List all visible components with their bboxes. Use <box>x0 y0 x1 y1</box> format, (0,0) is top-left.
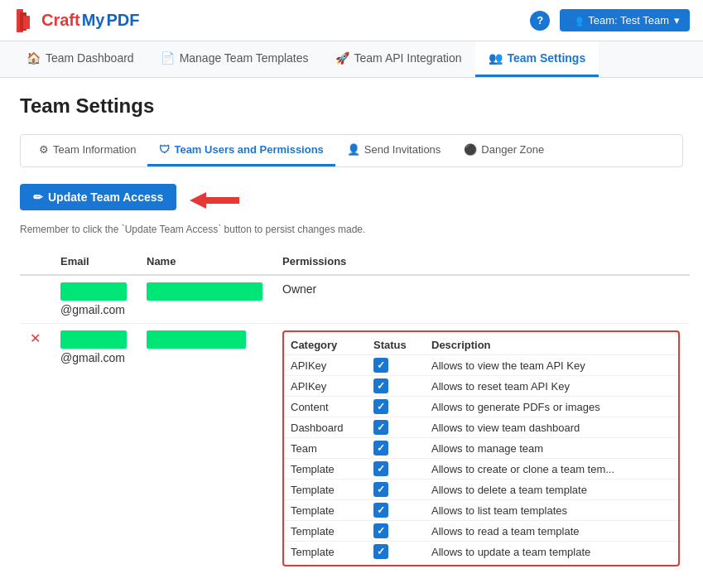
gear-icon: ⚙ <box>39 143 49 156</box>
update-team-access-button[interactable]: ✏ Update Team Access <box>20 184 176 210</box>
perm-description: Allows to list team templates <box>431 504 672 517</box>
delete-cell: ✕ <box>20 324 51 574</box>
help-button[interactable]: ? <box>530 11 550 31</box>
user1-name <box>137 275 272 324</box>
page-title: Team Settings <box>20 94 683 118</box>
checkbox-checked[interactable] <box>373 461 388 476</box>
perm-row: APIKey Allows to view the team API Key <box>284 355 678 376</box>
tab-danger-zone[interactable]: ⚫ Danger Zone <box>452 135 556 166</box>
user1-email: @gmail.com <box>51 275 137 324</box>
perm-category: Template <box>291 546 373 558</box>
perm-row: APIKey Allows to reset team API Key <box>284 376 678 397</box>
tab-send-invitations[interactable]: 👤 Send Invitations <box>335 135 453 166</box>
col-permissions-header: Permissions <box>272 248 690 275</box>
svg-marker-3 <box>190 192 239 209</box>
perm-category: Dashboard <box>291 422 373 434</box>
perm-category: Template <box>291 484 373 496</box>
user2-name <box>137 324 272 574</box>
logo-pdf-text: PDF <box>106 11 139 30</box>
perm-category: APIKey <box>291 380 373 393</box>
user2-permissions: Category Status Description APIKey Allow… <box>272 324 690 574</box>
shield-icon: 🛡 <box>159 143 170 156</box>
nav-tab-team-api[interactable]: 🚀 Team API Integration <box>322 41 475 77</box>
table-row: @gmail.com Owner <box>20 275 690 324</box>
inner-tabs: ⚙ Team Information 🛡 Team Users and Perm… <box>20 134 683 167</box>
perm-row: Template Allows to update a team templat… <box>284 542 678 561</box>
tab-team-users[interactable]: 🛡 Team Users and Permissions <box>147 135 335 166</box>
email-redacted-block <box>60 282 127 301</box>
perm-row: Dashboard Allows to view team dashboard <box>284 417 678 438</box>
name-redacted-block <box>147 282 262 301</box>
team-button-label: Team: Test Team <box>588 14 669 27</box>
checkbox-checked[interactable] <box>373 399 388 414</box>
pencil-icon: ✏ <box>33 190 43 204</box>
logo-my-text: My <box>82 11 105 30</box>
perm-description: Allows to manage team <box>431 442 672 455</box>
users2-icon: 👤 <box>347 143 360 156</box>
chevron-down-icon: ▾ <box>674 14 680 27</box>
update-btn-container: ✏ Update Team Access <box>20 184 683 217</box>
perm-status[interactable] <box>373 461 431 476</box>
logo-icon <box>13 7 36 34</box>
perm-status[interactable] <box>373 358 431 373</box>
perm-category: APIKey <box>291 359 373 372</box>
team-icon: 👥 <box>570 14 583 27</box>
perm-description: Allows to generate PDFs or images <box>431 401 672 413</box>
name-redacted-block <box>147 330 246 349</box>
perm-status[interactable] <box>373 503 431 518</box>
perm-category: Template <box>291 525 373 537</box>
checkbox-checked[interactable] <box>373 378 388 393</box>
perm-description: Allows to view team dashboard <box>431 422 672 434</box>
perm-row: Template Allows to list team templates <box>284 500 678 521</box>
user2-email: @gmail.com <box>51 324 137 574</box>
home-icon: 🏠 <box>26 51 41 65</box>
logo-craft-text: Craft <box>41 11 80 30</box>
col-icon-header <box>20 248 51 275</box>
nav-tab-manage-templates[interactable]: 📄 Manage Team Templates <box>147 41 322 77</box>
perm-description: Allows to create or clone a team tem... <box>431 463 672 475</box>
perm-category: Content <box>291 401 373 413</box>
perm-status[interactable] <box>373 482 431 497</box>
users-icon: 👥 <box>489 51 503 65</box>
tab-team-information[interactable]: ⚙ Team Information <box>27 135 147 166</box>
perm-status[interactable] <box>373 378 431 393</box>
perm-status[interactable] <box>373 523 431 538</box>
perms-status-header: Status <box>373 339 431 351</box>
top-header: CraftMyPDF ? 👥 Team: Test Team ▾ <box>0 0 703 41</box>
perm-description: Allows to view the team API Key <box>431 359 672 372</box>
perm-status[interactable] <box>373 441 431 455</box>
rocket-icon: 🚀 <box>335 51 349 65</box>
checkbox-checked[interactable] <box>373 441 388 455</box>
perm-description: Allows to read a team template <box>431 525 672 537</box>
team-selector-button[interactable]: 👥 Team: Test Team ▾ <box>560 9 690 31</box>
checkbox-checked[interactable] <box>373 420 388 435</box>
perm-row: Content Allows to generate PDFs or image… <box>284 397 678 417</box>
perm-status[interactable] <box>373 420 431 435</box>
table-row: ✕ @gmail.com Category Status Description <box>20 324 690 574</box>
perm-category: Template <box>291 463 373 475</box>
perm-rows-container: APIKey Allows to view the team API Key A… <box>284 355 678 561</box>
delete-user-icon[interactable]: ✕ <box>30 331 41 345</box>
nav-tab-team-dashboard[interactable]: 🏠 Team Dashboard <box>13 41 147 77</box>
perm-category: Team <box>291 442 373 455</box>
checkbox-checked[interactable] <box>373 523 388 538</box>
perm-status[interactable] <box>373 544 431 559</box>
checkbox-checked[interactable] <box>373 358 388 373</box>
col-name-header: Name <box>137 248 272 275</box>
checkbox-checked[interactable] <box>373 482 388 497</box>
checkbox-checked[interactable] <box>373 503 388 518</box>
perm-row: Team Allows to manage team <box>284 438 678 459</box>
perm-description: Allows to delete a team template <box>431 484 672 496</box>
perm-row: Template Allows to create or clone a tea… <box>284 459 678 480</box>
nav-tabs: 🏠 Team Dashboard 📄 Manage Team Templates… <box>0 41 703 78</box>
checkbox-checked[interactable] <box>373 544 388 559</box>
perm-description: Allows to reset team API Key <box>431 380 672 393</box>
red-arrow-icon <box>190 189 239 212</box>
perms-desc-header: Description <box>431 339 672 351</box>
perm-row: Template Allows to read a team template <box>284 521 678 542</box>
perm-row: Template Allows to delete a team templat… <box>284 480 678 500</box>
col-email-header: Email <box>51 248 137 275</box>
perm-status[interactable] <box>373 399 431 414</box>
nav-tab-team-settings[interactable]: 👥 Team Settings <box>475 41 599 77</box>
file-icon: 📄 <box>161 51 175 65</box>
